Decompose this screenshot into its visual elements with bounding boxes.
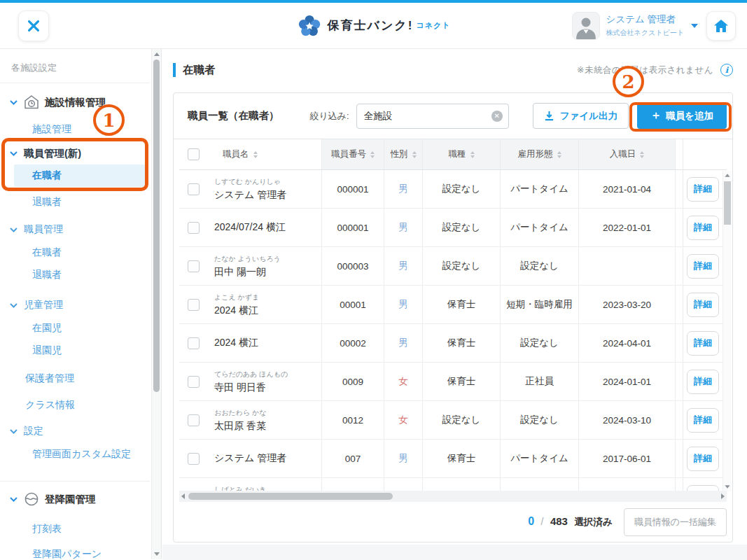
table-body: しすてむ かんりしゃ システム 管理者 000001 男 設定なし パートタイム… xyxy=(179,170,727,491)
sidebar-item-facility-admin[interactable]: 施設管理 xyxy=(32,122,150,136)
page-head: 在職者 ※未統合の職員は表示されません i xyxy=(173,60,733,80)
scroll-down-icon[interactable] xyxy=(154,552,160,556)
staff-role: 保育士 xyxy=(422,363,500,400)
frozen-column-gap xyxy=(675,363,683,400)
home-icon xyxy=(713,19,729,33)
header-right: システム 管理者 株式会社ネクストビート xyxy=(572,11,736,41)
staff-hire-date: 2023-03-20 xyxy=(578,286,675,323)
sidebar-scrollbar-thumb[interactable] xyxy=(153,59,160,392)
detail-button[interactable]: 詳細 xyxy=(687,447,719,471)
row-checkbox[interactable] xyxy=(188,299,200,311)
row-checkbox[interactable] xyxy=(188,414,200,426)
column-header-role[interactable]: 職種 xyxy=(422,139,500,169)
notice-text: ※未統合の職員は表示されません xyxy=(577,64,713,76)
staff-hire-date: 2017-06-01 xyxy=(578,440,675,477)
table-hscroll-thumb[interactable] xyxy=(188,493,393,500)
scroll-right-icon[interactable] xyxy=(721,493,725,499)
staff-hire-date xyxy=(578,247,675,285)
column-header-employment[interactable]: 雇用形態 xyxy=(500,139,578,169)
sidebar-item-active-staff[interactable]: 在職者 xyxy=(32,246,150,260)
sidebar-item-enrolled-children[interactable]: 在園児 xyxy=(32,321,150,335)
detail-button[interactable]: 詳細 xyxy=(687,254,719,279)
table-row: 2024 横江 00002 男 保育士 設定なし 2024-04-01 詳細 xyxy=(179,324,727,363)
column-header-gender[interactable]: 性別 xyxy=(384,139,422,169)
sidebar-group-staff-admin[interactable]: 職員管理 xyxy=(0,222,150,237)
detail-button[interactable]: 詳細 xyxy=(687,331,719,356)
sidebar-item-attendance-pattern[interactable]: 登降園パターン xyxy=(32,547,150,560)
detail-button[interactable]: 詳細 xyxy=(687,293,719,317)
file-output-button[interactable]: ファイル出力 xyxy=(533,103,629,129)
clear-filter-icon[interactable]: ✕ xyxy=(491,111,503,122)
row-checkbox[interactable] xyxy=(188,337,200,349)
scroll-up-icon[interactable] xyxy=(154,52,160,56)
sidebar-group-attendance-admin[interactable]: 登降園管理 xyxy=(0,490,150,508)
staff-role: 設定なし xyxy=(422,209,500,246)
staff-gender: 男 xyxy=(384,247,422,285)
close-button[interactable] xyxy=(18,10,49,41)
staff-furigana: しげとみ だいき xyxy=(214,485,266,491)
bulk-edit-button[interactable]: 職員情報の一括編集 xyxy=(624,508,727,536)
sidebar-group-label: 登降園管理 xyxy=(45,493,96,506)
staff-furigana: たなか よういちろう xyxy=(214,254,281,264)
staff-number: 007 xyxy=(321,440,384,477)
facility-filter-input[interactable] xyxy=(356,104,509,129)
column-header-hire-date[interactable]: 入職日 xyxy=(578,139,675,169)
row-checkbox[interactable] xyxy=(188,183,200,195)
scroll-up-icon[interactable] xyxy=(725,174,729,177)
table-vscroll-thumb[interactable] xyxy=(724,181,731,225)
table-vertical-scrollbar[interactable] xyxy=(722,171,732,491)
staff-gender: 女 xyxy=(384,401,422,439)
user-menu[interactable]: システム 管理者 株式会社ネクストビート xyxy=(572,12,706,40)
title-accent-bar xyxy=(173,63,176,77)
staff-number: 000003 xyxy=(321,247,384,285)
detail-button[interactable]: 詳細 xyxy=(687,485,719,491)
sidebar-scrollbar[interactable] xyxy=(151,49,161,559)
sort-icon xyxy=(370,151,375,158)
scroll-down-icon[interactable] xyxy=(725,485,729,489)
staff-number: 0012 xyxy=(321,401,384,439)
row-checkbox[interactable] xyxy=(188,453,200,465)
detail-button[interactable]: 詳細 xyxy=(687,216,719,240)
column-header-staff-name[interactable]: 職員名 xyxy=(207,139,321,169)
select-all-checkbox[interactable] xyxy=(188,148,200,160)
sort-icon xyxy=(253,151,258,158)
detail-button[interactable]: 詳細 xyxy=(687,408,719,433)
sidebar-item-time-record[interactable]: 打刻表 xyxy=(32,522,150,536)
table-row: システム 管理者 007 男 保育士 パートタイム 2017-06-01 詳細 xyxy=(179,440,727,478)
sidebar-item-withdrawn-children[interactable]: 退園児 xyxy=(32,344,150,358)
sidebar-item-retired-staff[interactable]: 退職者 xyxy=(32,268,150,282)
row-checkbox[interactable] xyxy=(188,222,200,234)
flower-logo-icon xyxy=(297,13,322,38)
sidebar-group-settings[interactable]: 設定 xyxy=(0,424,150,439)
logo-title: 保育士バンク! xyxy=(328,18,414,34)
sidebar-item-admin-screen-custom[interactable]: 管理画面カスタム設定 xyxy=(32,447,150,461)
row-checkbox[interactable] xyxy=(188,260,200,272)
home-button[interactable] xyxy=(706,11,736,41)
row-checkbox[interactable] xyxy=(188,376,200,388)
staff-gender: 男 xyxy=(384,209,422,246)
filter-label: 絞り込み: xyxy=(310,110,349,122)
staff-role: 保育士 xyxy=(422,286,500,323)
staff-hire-date: 2024-03-10 xyxy=(578,401,675,439)
staff-name: 太田原 香菜 xyxy=(214,420,266,433)
staff-number: 01 xyxy=(321,478,384,491)
scroll-left-icon[interactable] xyxy=(181,493,185,499)
column-header-staff-number[interactable]: 職員番号 xyxy=(321,139,384,169)
detail-button[interactable]: 詳細 xyxy=(687,370,719,394)
gate-icon xyxy=(24,491,39,507)
list-title: 職員一覧（在職者） xyxy=(188,109,279,122)
staff-name: システム 管理者 xyxy=(214,189,286,202)
sidebar-item-guardian-admin[interactable]: 保護者管理 xyxy=(25,372,150,386)
table-horizontal-scrollbar[interactable] xyxy=(179,491,727,502)
detail-button[interactable]: 詳細 xyxy=(687,177,719,202)
table-row: てらだのああ ほんもの 寺田 明日香 0009 女 保育士 正社員 2024-0… xyxy=(179,363,727,401)
sidebar-group-children-admin[interactable]: 児童管理 xyxy=(0,298,150,313)
staff-furigana: よこえ かずま xyxy=(214,293,259,302)
staff-number: 000001 xyxy=(321,209,384,246)
sidebar-group-facility-info[interactable]: 施設情報管理 xyxy=(0,93,150,111)
info-icon[interactable]: i xyxy=(720,64,733,76)
sort-icon xyxy=(470,151,475,158)
sidebar-item-retired-staff-new[interactable]: 退職者 xyxy=(32,195,150,209)
sidebar-item-class-info[interactable]: クラス情報 xyxy=(25,398,150,412)
staff-gender: 男 xyxy=(384,170,422,208)
